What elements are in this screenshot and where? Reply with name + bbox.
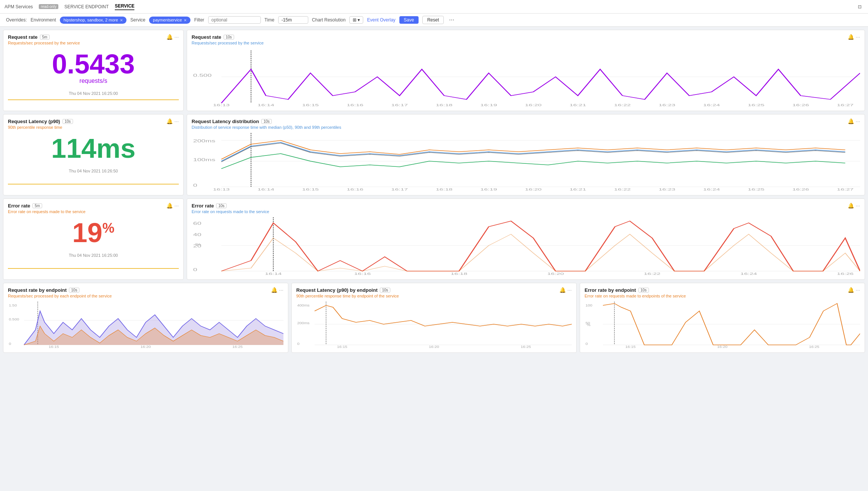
environment-close-icon[interactable]: × <box>120 17 123 23</box>
card-error-rate-right: Error rate 10s 🔔 ··· Error rate on reque… <box>187 198 865 280</box>
svg-text:16:14: 16:14 <box>257 103 274 107</box>
svg-text:16:20: 16:20 <box>525 188 542 191</box>
badge-latency-dist: 10s <box>261 119 272 124</box>
svg-text:16:25: 16:25 <box>748 103 765 107</box>
row-bottom: Request rate by endpoint 10s 🔔 ··· Reque… <box>3 283 865 353</box>
card-title-req-endpoint: Request rate by endpoint <box>8 287 67 293</box>
subtitle-error-right: Error rate on requests made to the servi… <box>192 209 860 214</box>
filter-key: Filter <box>194 17 204 23</box>
svg-text:0: 0 <box>297 342 300 346</box>
card-latency-left: Request Latency (p90) 10s 🔔 ··· 90th per… <box>3 114 184 195</box>
timestamp-request-rate: Thu 04 Nov 2021 16:25:00 <box>8 91 179 96</box>
chart-res-icon: ⊞ <box>353 17 356 23</box>
card-header-req-endpoint: Request rate by endpoint 10s 🔔 ··· <box>8 287 283 293</box>
nav-service[interactable]: SERVICE <box>115 3 134 10</box>
card-icons-5[interactable]: 🔔 ··· <box>166 203 179 209</box>
card-icons-3[interactable]: 🔔 ··· <box>166 118 179 124</box>
badge-latency-left: 10s <box>62 119 73 124</box>
card-icons-8[interactable]: 🔔 ··· <box>559 287 572 293</box>
unit-request-rate: requests/s <box>8 78 179 84</box>
svg-text:16:17: 16:17 <box>391 103 408 107</box>
timestamp-error: Thu 04 Nov 2021 16:25:00 <box>8 253 179 258</box>
card-header-request-rate-left: Request rate 5m 🔔 ··· <box>8 34 179 40</box>
subtitle-req-endpoint: Requests/sec processed by each endpoint … <box>8 294 283 298</box>
card-icons-6[interactable]: 🔔 ··· <box>848 203 860 209</box>
more-options-icon[interactable]: ⋯ <box>449 17 454 23</box>
time-key: Time <box>265 17 274 23</box>
svg-text:16:16: 16:16 <box>354 272 371 276</box>
card-icons-4[interactable]: 🔔 ··· <box>848 118 860 124</box>
card-header-error-left: Error rate 5m 🔔 ··· <box>8 203 179 209</box>
overrides-bar: Overrides: Environment hipstershop, sand… <box>0 14 868 27</box>
yellow-line-2 <box>8 184 179 185</box>
yellow-line-1 <box>8 99 179 100</box>
big-value-latency: 114ms <box>8 131 179 162</box>
card-icons-9[interactable]: 🔔 ··· <box>848 287 860 293</box>
subtitle-error-left: Error rate on requests made to the servi… <box>8 209 179 214</box>
badge-error-endpoint: 10s <box>638 288 649 293</box>
badge-error-left: 5m <box>32 203 42 208</box>
card-title-latency-left: Request Latency (p90) <box>8 119 60 124</box>
svg-text:40: 40 <box>193 233 201 237</box>
expand-icon[interactable]: ⊡ <box>856 3 863 11</box>
chart-error-rate-right: 60 40 20 0 % 16:14 16:16 16:18 16:20 <box>192 215 860 276</box>
svg-text:200ms: 200ms <box>193 139 215 143</box>
service-tag-value: paymentservice <box>153 18 182 22</box>
row-latency: Request Latency (p90) 10s 🔔 ··· 90th per… <box>3 114 865 195</box>
reset-button[interactable]: Reset <box>422 16 444 24</box>
svg-text:16:15: 16:15 <box>302 188 319 191</box>
service-key: Service <box>130 17 145 23</box>
svg-text:60: 60 <box>193 221 201 226</box>
subtitle-latency-dist: Distribution of service response time wi… <box>192 125 860 130</box>
svg-text:16:18: 16:18 <box>436 188 453 191</box>
save-button[interactable]: Save <box>399 16 419 24</box>
environment-key: Environment <box>30 17 56 23</box>
yellow-line-3 <box>8 268 179 269</box>
svg-text:16:25: 16:25 <box>748 188 765 191</box>
event-overlay-link[interactable]: Event Overlay <box>367 17 395 23</box>
svg-text:16:24: 16:24 <box>703 188 720 191</box>
svg-text:16:17: 16:17 <box>391 188 408 191</box>
card-icons-2[interactable]: 🔔 ··· <box>848 34 860 40</box>
svg-text:16:15: 16:15 <box>49 345 59 349</box>
filter-input[interactable] <box>208 16 261 24</box>
card-icons-1[interactable]: 🔔 ··· <box>166 34 179 40</box>
card-request-rate-right: Request rate 10s 🔔 ··· Requests/sec proc… <box>187 30 865 111</box>
svg-text:16:21: 16:21 <box>570 188 586 191</box>
svg-text:16:25: 16:25 <box>232 345 243 349</box>
error-rate-value: 19 <box>72 218 102 248</box>
svg-text:16:25: 16:25 <box>521 345 531 349</box>
card-title-rr-right: Request rate <box>192 34 221 40</box>
svg-text:16:22: 16:22 <box>614 188 631 191</box>
card-title-latency-endpoint: Request Latency (p90) by endpoint <box>296 287 378 293</box>
svg-text:16:27: 16:27 <box>837 188 854 191</box>
svg-text:16:20: 16:20 <box>429 345 439 349</box>
card-title-error-right: Error rate <box>192 203 214 209</box>
nav-apm-services[interactable]: APM Services <box>5 4 33 9</box>
svg-text:0.500: 0.500 <box>193 73 212 78</box>
card-title-latency-dist: Request Latency distribution <box>192 119 259 124</box>
svg-text:0: 0 <box>193 268 197 272</box>
svg-text:16:23: 16:23 <box>659 103 676 107</box>
svg-text:16:22: 16:22 <box>644 272 661 276</box>
service-tag[interactable]: paymentservice × <box>149 17 190 24</box>
svg-text:16:14: 16:14 <box>257 188 274 191</box>
card-header-rr-right: Request rate 10s 🔔 ··· <box>192 34 860 40</box>
svg-text:0: 0 <box>9 342 11 346</box>
card-header-latency-left: Request Latency (p90) 10s 🔔 ··· <box>8 118 179 124</box>
card-header-error-endpoint: Error rate by endpoint 10s 🔔 ··· <box>585 287 860 293</box>
chart-resolution-button[interactable]: ⊞ ▾ <box>349 16 363 24</box>
nav-service-endpoint[interactable]: SERVICE ENDPOINT <box>64 4 109 9</box>
card-latency-by-endpoint: Request Latency (p90) by endpoint 10s 🔔 … <box>291 283 577 353</box>
chart-latency-dist: 200ms 100ms 0 16:13 16:14 <box>192 131 860 191</box>
card-icons-7[interactable]: 🔔 ··· <box>271 287 283 293</box>
badge-latency-endpoint: 10s <box>380 288 390 293</box>
service-close-icon[interactable]: × <box>184 17 187 23</box>
svg-text:0.500: 0.500 <box>9 317 19 321</box>
chart-request-rate-right: 0.500 16:13 16:14 16:15 16:16 16:17 16:1… <box>192 47 860 107</box>
environment-tag[interactable]: hipstershop, sandbox, 2 more × <box>60 17 127 24</box>
time-input[interactable] <box>278 16 308 24</box>
svg-text:16:14: 16:14 <box>265 272 282 276</box>
svg-text:16:13: 16:13 <box>213 103 230 107</box>
svg-text:16:19: 16:19 <box>480 103 497 107</box>
